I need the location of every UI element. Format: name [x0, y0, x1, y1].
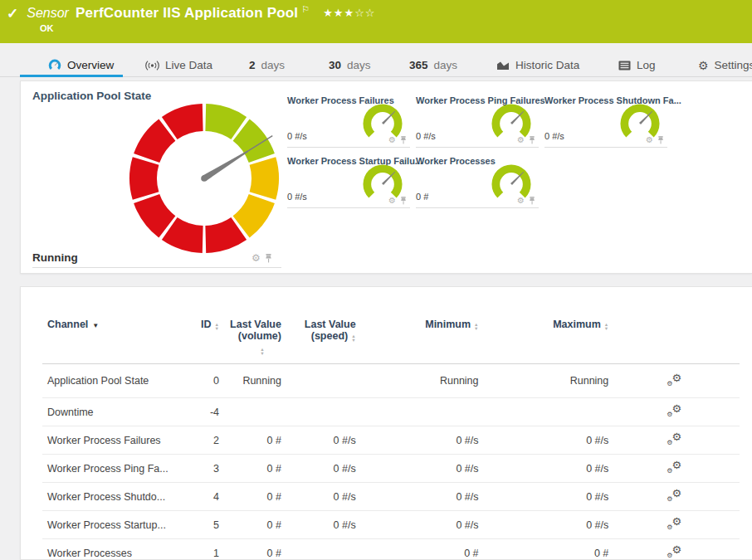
gauge-actions: ⚙: [646, 136, 664, 144]
gear-icon[interactable]: ⚙: [517, 197, 525, 205]
object-kind-label: Sensor: [27, 6, 69, 21]
header-channel[interactable]: Channel▼: [42, 319, 177, 330]
tab-live-data[interactable]: Live Data: [145, 54, 212, 76]
channel-name-link[interactable]: Worker Process Failures: [42, 435, 177, 446]
header-label: (volume): [219, 330, 281, 342]
gear-icon: ⚙: [671, 459, 681, 471]
gear-icon[interactable]: ⚙: [251, 253, 261, 263]
channel-name-link[interactable]: Worker Processes: [42, 548, 177, 559]
channel-settings-button[interactable]: ⚙⚙: [608, 373, 740, 389]
header-label: ID: [201, 319, 212, 330]
channel-name-link[interactable]: Application Pool State: [42, 375, 177, 387]
primary-channel-value: Running: [32, 251, 78, 264]
channel-name-link[interactable]: Worker Process Startup...: [42, 519, 177, 531]
table-row: Application Pool State0RunningRunningRun…: [42, 364, 740, 398]
channel-settings-button[interactable]: ⚙⚙: [608, 517, 740, 533]
gear-icon: ⚙: [671, 372, 681, 384]
pin-icon[interactable]: [529, 197, 535, 205]
gauge-tile[interactable]: Worker Process Ping Failures0 #/s⚙: [416, 94, 539, 148]
tab-2-days[interactable]: 2 days: [249, 54, 285, 76]
channel-settings-button[interactable]: ⚙⚙: [608, 460, 740, 476]
tab-log[interactable]: Log: [618, 54, 656, 76]
tab-settings[interactable]: ⚙ Settings: [698, 54, 752, 76]
gear-icon-small: ⚙: [667, 439, 672, 446]
pin-icon[interactable]: [400, 136, 407, 144]
maximum-value: Running: [479, 375, 609, 387]
sensor-title-row: ✓ Sensor PerfCounter IIS Application Poo…: [7, 4, 375, 22]
table-header-row: Channel▼ ID▲▼ Last Value (volume) ▲▼ Las…: [42, 319, 740, 363]
header-label: Last Value: [219, 319, 281, 330]
sort-arrows-icon: ▲▼: [604, 323, 608, 330]
gear-icon[interactable]: ⚙: [517, 136, 525, 144]
channel-name-link[interactable]: Worker Process Ping Fa...: [42, 463, 177, 475]
channel-id: 4: [177, 491, 219, 503]
priority-flag-icon[interactable]: ⚐: [301, 4, 310, 15]
area-chart-icon: [496, 60, 510, 71]
last-value-volume: 0 #: [219, 519, 281, 531]
pin-icon[interactable]: [400, 197, 407, 205]
channel-value: 0 #/s: [287, 131, 307, 141]
ok-check-icon: ✓: [7, 5, 18, 22]
header-minimum[interactable]: Minimum▲▼: [356, 319, 479, 330]
gear-icon: ⚙: [671, 431, 681, 443]
header-maximum[interactable]: Maximum▲▼: [479, 319, 609, 330]
channel-id: 1: [177, 548, 219, 559]
gauge-actions: ⚙: [517, 136, 535, 144]
last-value-volume: 0 #: [219, 491, 281, 503]
last-value-volume: 0 #: [219, 548, 281, 559]
channel-name-link[interactable]: Worker Process Shutdo...: [42, 491, 177, 503]
sort-arrows-icon: ▲▼: [260, 348, 264, 355]
gear-icon[interactable]: ⚙: [646, 136, 653, 144]
header-last-value-volume[interactable]: Last Value (volume) ▲▼: [219, 319, 281, 355]
gauge-divider: [32, 267, 281, 268]
gear-icon: ⚙: [698, 60, 709, 71]
header-id[interactable]: ID▲▼: [177, 319, 219, 330]
last-value-volume: Running: [219, 375, 281, 387]
gear-icon[interactable]: ⚙: [388, 136, 396, 144]
tab-overview[interactable]: Overview: [48, 54, 114, 76]
gauge-actions: ⚙: [388, 136, 407, 144]
channel-id: 5: [177, 519, 219, 531]
last-value-speed: 0 #/s: [281, 519, 356, 531]
last-value-volume: 0 #: [219, 463, 281, 475]
gear-icon: ⚙: [671, 402, 681, 415]
pin-icon[interactable]: [657, 136, 664, 144]
priority-stars[interactable]: ★★★☆☆: [323, 7, 375, 19]
gauge-tile[interactable]: Worker Process Startup Failu...0 #/s⚙: [287, 154, 410, 208]
pin-icon[interactable]: [265, 254, 272, 263]
header-last-value-speed[interactable]: Last Value (speed)▲▼: [281, 319, 356, 342]
sorted-caret-icon: ▼: [92, 322, 99, 329]
tab-historic-data[interactable]: Historic Data: [496, 54, 579, 76]
tab-label: Overview: [67, 59, 114, 71]
channel-name-link[interactable]: Downtime: [42, 407, 177, 418]
tab-label: Live Data: [165, 59, 212, 71]
gear-icon-small: ⚙: [667, 467, 672, 475]
table-row: Downtime-4⚙⚙: [42, 398, 740, 426]
tab-label: Log: [637, 59, 656, 71]
gear-icon-small: ⚙: [667, 380, 672, 387]
channels-table: Channel▼ ID▲▼ Last Value (volume) ▲▼ Las…: [42, 319, 740, 560]
gear-icon-small: ⚙: [667, 552, 672, 559]
header-label: (speed): [311, 330, 348, 342]
gauge-tile[interactable]: Worker Process Shutdown Fa...0 #/s⚙: [544, 94, 667, 148]
application-pool-state-gauge[interactable]: [127, 101, 281, 256]
tab-label: Settings: [715, 59, 752, 71]
tab-30-days[interactable]: 30 days: [329, 54, 371, 76]
gauge-tile[interactable]: Worker Process Failures0 #/s⚙: [287, 94, 410, 148]
channel-id: 3: [177, 463, 219, 475]
gauge-actions: ⚙: [388, 197, 407, 205]
tab-365-days[interactable]: 365 days: [409, 54, 457, 76]
channel-settings-button[interactable]: ⚙⚙: [608, 404, 740, 420]
channels-table-panel: Channel▼ ID▲▼ Last Value (volume) ▲▼ Las…: [20, 286, 752, 560]
gear-icon: ⚙: [671, 487, 681, 499]
gauge-tile[interactable]: Worker Processes0 #⚙: [416, 154, 539, 208]
channel-settings-button[interactable]: ⚙⚙: [608, 489, 740, 504]
pin-icon[interactable]: [529, 136, 535, 144]
channel-settings-button[interactable]: ⚙⚙: [608, 432, 740, 448]
overview-gauges-panel: Application Pool State Running ⚙ Worker …: [20, 80, 752, 274]
gauge-actions: ⚙: [517, 197, 535, 205]
table-row: Worker Process Startup...50 #0 #/s0 #/s0…: [42, 511, 740, 539]
channel-settings-button[interactable]: ⚙⚙: [608, 545, 740, 560]
table-row: Worker Process Failures20 #0 #/s0 #/s0 #…: [42, 426, 740, 455]
gear-icon[interactable]: ⚙: [388, 197, 396, 205]
